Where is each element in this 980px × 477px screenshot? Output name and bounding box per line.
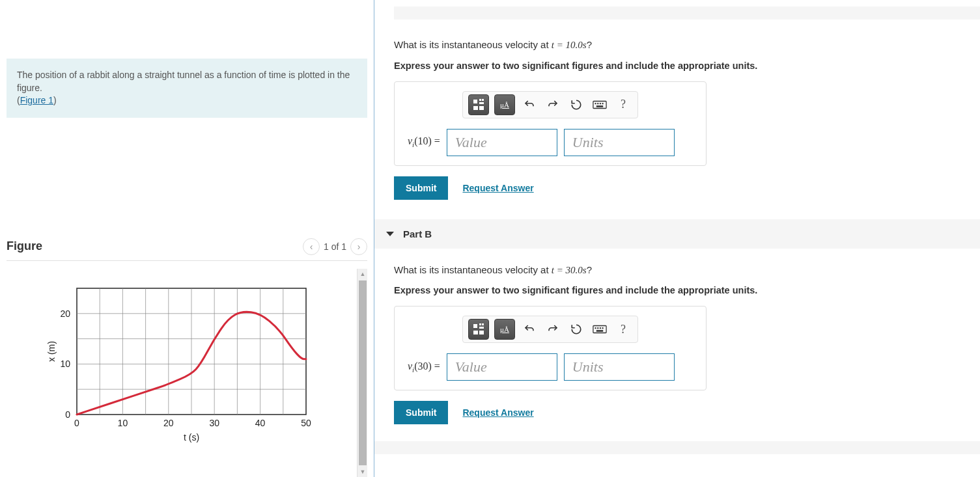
svg-rect-31 — [593, 101, 606, 108]
svg-point-45 — [598, 328, 598, 329]
keyboard-icon[interactable] — [591, 320, 609, 339]
figure-counter: 1 of 1 — [324, 241, 346, 252]
figure-link[interactable]: Figure 1 — [20, 95, 53, 105]
figure-header: Figure ‹ 1 of 1 › — [7, 238, 367, 261]
scroll-down-icon[interactable]: ▼ — [357, 467, 368, 477]
redo-icon[interactable] — [544, 320, 562, 339]
units-tool-icon[interactable]: μÅ — [494, 94, 515, 115]
part-b-request-answer-link[interactable]: Request Answer — [462, 407, 533, 418]
chart-area: 0102030405001020t (s)x (m) — [7, 269, 357, 477]
svg-text:10: 10 — [118, 418, 128, 428]
part-b-instruction: Express your answer to two significant f… — [394, 285, 980, 295]
part-a-block: What is its instantaneous velocity at t … — [394, 39, 980, 200]
problem-statement: The position of a rabbit along a straigh… — [7, 59, 367, 118]
reset-icon[interactable] — [567, 320, 585, 339]
svg-text:40: 40 — [255, 418, 266, 428]
part-a-input-row: vi(10) = — [404, 129, 697, 156]
answer-column: What is its instantaneous velocity at t … — [374, 0, 980, 477]
part-a-header-strip — [394, 7, 980, 20]
svg-text:20: 20 — [60, 308, 70, 319]
svg-point-44 — [595, 328, 596, 329]
svg-text:30: 30 — [209, 418, 219, 428]
part-b-actions: Submit Request Answer — [394, 401, 980, 424]
svg-rect-29 — [473, 106, 478, 110]
svg-rect-38 — [479, 323, 481, 325]
scroll-thumb[interactable] — [359, 280, 367, 465]
part-a-submit-button[interactable]: Submit — [394, 176, 448, 200]
svg-point-35 — [602, 103, 603, 103]
svg-text:x (m): x (m) — [46, 341, 57, 362]
svg-point-46 — [600, 328, 600, 329]
svg-rect-36 — [596, 105, 602, 106]
reset-icon[interactable] — [567, 95, 585, 115]
figure-scrollbar[interactable]: ▲ ▼ — [357, 269, 367, 477]
part-b-units-input[interactable] — [564, 353, 675, 381]
figure-title: Figure — [7, 239, 42, 253]
part-b-question: What is its instantaneous velocity at t … — [394, 264, 980, 276]
part-b-submit-button[interactable]: Submit — [394, 401, 448, 424]
svg-rect-28 — [479, 102, 484, 104]
template-icon[interactable] — [468, 94, 489, 115]
svg-point-47 — [602, 328, 603, 329]
figure-prev-button[interactable]: ‹ — [303, 238, 320, 255]
svg-text:0: 0 — [74, 418, 79, 428]
problem-text: The position of a rabbit along a straigh… — [17, 70, 350, 93]
part-a-toolbar: μÅ ? — [462, 91, 638, 118]
help-icon[interactable]: ? — [614, 320, 632, 339]
svg-rect-39 — [482, 323, 484, 325]
part-b-toolbar: μÅ ? — [462, 316, 638, 343]
problem-sidebar: The position of a rabbit along a straigh… — [0, 0, 374, 477]
caret-down-icon — [386, 232, 394, 236]
undo-icon[interactable] — [520, 320, 539, 339]
help-icon[interactable]: ? — [614, 95, 632, 115]
part-b-input-row: vi(30) = — [404, 353, 697, 381]
figure-nav: ‹ 1 of 1 › — [303, 238, 367, 255]
part-a-request-answer-link[interactable]: Request Answer — [462, 183, 533, 193]
part-a-question: What is its instantaneous velocity at t … — [394, 39, 980, 51]
scroll-up-icon[interactable]: ▲ — [357, 269, 368, 279]
svg-text:0: 0 — [65, 409, 70, 420]
svg-text:20: 20 — [163, 418, 174, 428]
svg-rect-37 — [473, 324, 477, 328]
part-a-instruction: Express your answer to two significant f… — [394, 61, 980, 71]
svg-text:t (s): t (s) — [184, 432, 199, 443]
svg-rect-26 — [479, 99, 481, 101]
svg-rect-48 — [596, 331, 602, 331]
units-tool-icon[interactable]: μÅ — [494, 319, 515, 340]
figure-next-button[interactable]: › — [350, 238, 367, 255]
svg-text:10: 10 — [60, 359, 70, 369]
undo-icon[interactable] — [520, 95, 539, 115]
svg-rect-40 — [479, 327, 484, 329]
figure-section: Figure ‹ 1 of 1 › 0102030405001020t (s)x… — [0, 238, 374, 477]
part-b-header[interactable]: Part B — [374, 219, 980, 249]
part-b-block: What is its instantaneous velocity at t … — [394, 264, 980, 425]
svg-rect-27 — [482, 99, 484, 101]
svg-rect-42 — [479, 331, 484, 334]
app-root: The position of a rabbit along a straigh… — [0, 0, 980, 477]
svg-rect-30 — [479, 106, 484, 110]
svg-point-34 — [600, 103, 600, 103]
part-a-actions: Submit Request Answer — [394, 176, 980, 200]
svg-rect-43 — [593, 326, 606, 333]
svg-point-33 — [598, 103, 598, 103]
svg-text:50: 50 — [301, 418, 311, 428]
part-b-value-input[interactable] — [447, 353, 557, 381]
redo-icon[interactable] — [544, 95, 562, 115]
part-a-value-input[interactable] — [447, 129, 557, 156]
part-b-variable-label: vi(30) = — [408, 361, 440, 374]
part-b-title: Part B — [403, 228, 432, 239]
template-icon[interactable] — [468, 319, 489, 340]
next-part-strip — [374, 441, 980, 454]
svg-rect-41 — [473, 331, 478, 334]
keyboard-icon[interactable] — [591, 95, 609, 115]
part-a-units-input[interactable] — [564, 129, 675, 156]
position-chart: 0102030405001020t (s)x (m) — [46, 275, 319, 444]
figure-body: 0102030405001020t (s)x (m) ▲ ▼ — [7, 269, 367, 477]
part-a-variable-label: vi(10) = — [408, 135, 440, 148]
svg-point-32 — [595, 103, 596, 103]
svg-rect-25 — [473, 100, 477, 103]
part-b-answer-card: μÅ ? — [394, 306, 707, 390]
part-a-answer-card: μÅ ? — [394, 81, 707, 166]
